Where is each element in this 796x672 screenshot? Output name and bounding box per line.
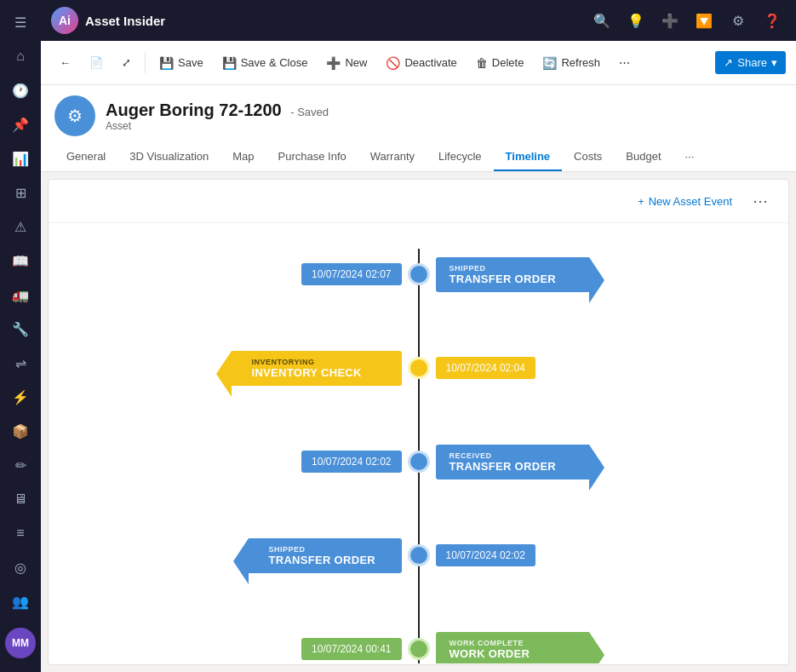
sidebar: ☰ ⌂ 🕐 📌 📊 ⊞ ⚠ 📖 🚛 🔧 ⇌ ⚡ 📦 ✏ 🖥 ≡ ◎ 👥 MM	[0, 0, 41, 672]
tab-purchase-info[interactable]: Purchase Info	[266, 143, 358, 171]
sidebar-tools-icon[interactable]: 🔧	[5, 313, 36, 344]
event-timestamp: 10/07/2024 00:41	[301, 638, 401, 660]
tab-timeline[interactable]: Timeline	[494, 143, 563, 171]
shipped-transfer-order-card[interactable]: SHIPPED TRANSFER ORDER	[436, 257, 589, 292]
refresh-icon: 🔄	[542, 56, 557, 70]
details-icon: 📄	[89, 56, 103, 69]
asset-title-row: ⚙ Auger Boring 72-1200 - Saved Asset	[54, 95, 782, 136]
sidebar-layers-icon[interactable]: ⊞	[5, 177, 36, 208]
event-label-top: SHIPPED	[450, 264, 576, 273]
tab-general[interactable]: General	[54, 143, 117, 171]
back-button[interactable]: ←	[51, 51, 79, 74]
details-button[interactable]: 📄	[81, 51, 112, 74]
event-label-top: WORK COMPLETE	[450, 639, 576, 647]
timeline-toolbar: + New Asset Event ⋯	[49, 180, 788, 223]
event-label-top: SHIPPED	[269, 545, 388, 554]
help-icon[interactable]: ❓	[759, 7, 786, 34]
event-label-main: INVENTORY CHECK	[252, 366, 388, 379]
add-icon[interactable]: ➕	[656, 7, 684, 34]
plus-icon: +	[638, 195, 644, 208]
received-transfer-order-card[interactable]: RECEIVED TRANSFER ORDER	[436, 445, 589, 480]
sidebar-stack-icon[interactable]: ≡	[5, 518, 36, 549]
expand-icon: ⤢	[122, 56, 131, 69]
sidebar-home-icon[interactable]: ⌂	[5, 41, 36, 72]
tab-3d-visualization[interactable]: 3D Visualization	[117, 143, 220, 171]
back-icon: ←	[60, 56, 71, 69]
deactivate-button[interactable]: 🚫 Deactivate	[377, 51, 465, 75]
work-order-card[interactable]: WORK COMPLETE WORK ORDER	[436, 632, 589, 664]
sidebar-computer-icon[interactable]: 🖥	[5, 484, 36, 514]
timeline-content: SHIPPED TRANSFER ORDER 10/07/2024 02:07 …	[49, 223, 788, 663]
sidebar-user-circle-icon[interactable]: ◎	[5, 552, 36, 583]
toolbar: ← 📄 ⤢ 💾 Save 💾 Save & Close ➕ New 🚫 Deac…	[41, 41, 796, 85]
separator-1	[145, 53, 146, 73]
new-icon: ➕	[326, 56, 341, 70]
event-label-main: TRANSFER ORDER	[269, 554, 388, 566]
event-label-top: RECEIVED	[450, 451, 576, 460]
save-close-icon: 💾	[222, 56, 237, 70]
tab-map[interactable]: Map	[220, 143, 266, 171]
main-content: Ai Asset Insider 🔍 💡 ➕ 🔽 ⚙ ❓ ← 📄 ⤢ 💾 Sav…	[41, 0, 796, 672]
tab-more[interactable]: ···	[673, 143, 707, 171]
share-icon: ↗	[724, 56, 733, 69]
sidebar-alert-icon[interactable]: ⚠	[5, 211, 36, 242]
tab-costs[interactable]: Costs	[562, 143, 614, 171]
sidebar-shuffle-icon[interactable]: ⇌	[5, 347, 36, 378]
deactivate-icon: 🚫	[386, 56, 400, 70]
save-button[interactable]: 💾 Save	[151, 51, 212, 75]
asset-title-line: Auger Boring 72-1200 - Saved	[106, 101, 329, 120]
delete-button[interactable]: 🗑 Delete	[467, 51, 533, 75]
refresh-button[interactable]: 🔄 Refresh	[534, 51, 609, 75]
save-close-button[interactable]: 💾 Save & Close	[214, 51, 317, 75]
event-label-main: TRANSFER ORDER	[450, 273, 576, 285]
asset-saved-status: - Saved	[290, 106, 329, 118]
sidebar-bolt-icon[interactable]: ⚡	[5, 382, 36, 412]
tab-lifecycle[interactable]: Lifecycle	[427, 143, 494, 171]
event-label-top: INVENTORYING	[252, 358, 388, 366]
new-asset-event-button[interactable]: + New Asset Event	[631, 192, 739, 211]
sidebar-vehicle-icon[interactable]: 🚛	[5, 279, 36, 310]
inventory-check-card[interactable]: INVENTORYING INVENTORY CHECK	[232, 351, 402, 386]
top-navbar: Ai Asset Insider 🔍 💡 ➕ 🔽 ⚙ ❓	[41, 0, 796, 41]
sidebar-usergroup-icon[interactable]: 👥	[5, 586, 36, 617]
asset-header: ⚙ Auger Boring 72-1200 - Saved Asset Gen…	[41, 85, 796, 172]
sidebar-pinned-icon[interactable]: 📌	[5, 109, 36, 140]
more-button[interactable]: ⋯	[610, 51, 639, 74]
shipped-transfer-order-left-card[interactable]: SHIPPED TRANSFER ORDER	[249, 538, 402, 573]
asset-avatar: ⚙	[54, 95, 95, 136]
sidebar-recent-icon[interactable]: 🕐	[5, 75, 36, 106]
sidebar-user-avatar[interactable]: MM	[5, 628, 36, 658]
share-chevron-icon: ▾	[771, 56, 777, 69]
asset-name: Auger Boring 72-1200	[106, 101, 282, 119]
timeline-dot	[410, 266, 427, 283]
sidebar-chart-icon[interactable]: 📊	[5, 143, 36, 174]
new-button[interactable]: ➕ New	[318, 51, 375, 75]
timeline-dot	[410, 640, 427, 658]
share-button[interactable]: ↗ Share ▾	[715, 51, 786, 74]
sidebar-box-icon[interactable]: 📦	[5, 416, 36, 446]
tab-warranty[interactable]: Warranty	[358, 143, 427, 171]
timeline-area: + New Asset Event ⋯ SHIPPED TRANSFER ORD…	[48, 179, 789, 665]
timeline-dot	[410, 359, 427, 376]
asset-name-group: Auger Boring 72-1200 - Saved Asset	[106, 101, 329, 132]
filter-icon[interactable]: 🔽	[690, 7, 718, 34]
sidebar-book-icon[interactable]: 📖	[5, 245, 36, 276]
tab-budget[interactable]: Budget	[614, 143, 673, 171]
search-icon[interactable]: 🔍	[588, 7, 616, 34]
event-timestamp: 10/07/2024 02:04	[436, 357, 535, 379]
timeline-more-menu[interactable]: ⋯	[746, 188, 775, 214]
settings-icon[interactable]: ⚙	[724, 7, 752, 34]
save-icon: 💾	[159, 56, 174, 70]
event-label-main: TRANSFER ORDER	[450, 460, 576, 473]
expand-button[interactable]: ⤢	[113, 51, 140, 74]
asset-tabs: General 3D Visualization Map Purchase In…	[54, 143, 782, 171]
timeline-events: SHIPPED TRANSFER ORDER 10/07/2024 02:07 …	[49, 249, 788, 663]
event-label-main: WORK ORDER	[450, 647, 576, 660]
bulb-icon[interactable]: 💡	[622, 7, 650, 34]
sidebar-menu-icon[interactable]: ☰	[5, 7, 36, 37]
timeline-dot	[410, 453, 427, 470]
delete-icon: 🗑	[476, 56, 488, 70]
event-timestamp: 10/07/2024 02:07	[301, 263, 401, 285]
asset-type: Asset	[106, 120, 329, 132]
sidebar-edit-icon[interactable]: ✏	[5, 450, 36, 480]
